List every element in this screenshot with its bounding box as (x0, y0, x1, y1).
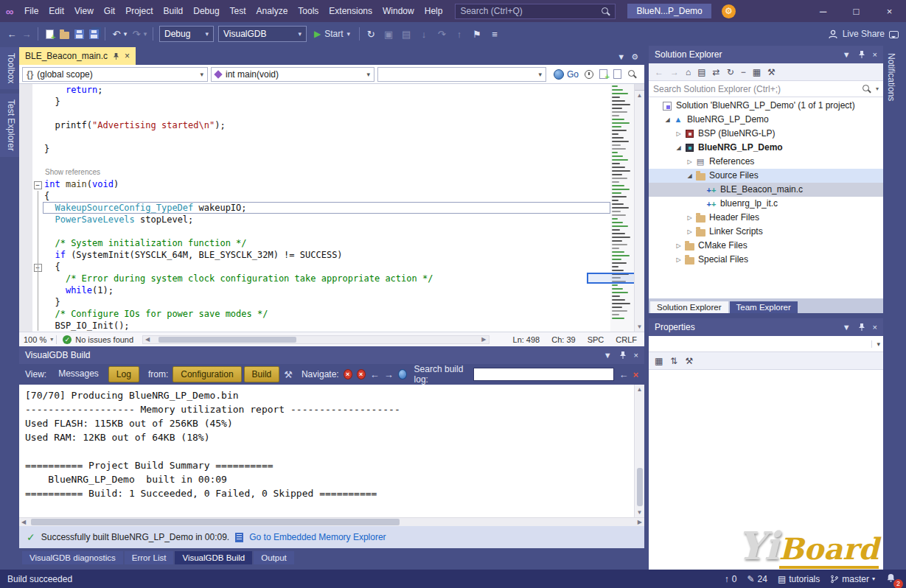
close-icon[interactable]: × (873, 323, 877, 332)
navigate-forward-icon[interactable]: → (384, 369, 394, 380)
minimize-button[interactable]: ─ (806, 0, 840, 22)
from-configuration[interactable]: Configuration (173, 366, 241, 382)
log-vertical-scrollbar[interactable]: ▲ ▼ (634, 385, 644, 517)
notifications-bell[interactable]: 2 (885, 573, 899, 586)
code-line[interactable]: − { (19, 261, 610, 273)
twisty-col[interactable]: ▷ (685, 155, 694, 169)
tree-item-bluenrg-lp-demo[interactable]: ◢▲BlueNRG_LP_Demo (649, 113, 883, 127)
tool-tab-test-explorer[interactable]: Test Explorer (0, 94, 19, 157)
search-icon[interactable] (627, 69, 637, 79)
tree-item-bluenrg-lp-it-c[interactable]: ++bluenrg_lp_it.c (649, 197, 883, 211)
tab-solution-explorer[interactable]: Solution Explorer (650, 301, 728, 313)
code-line[interactable]: −int main(void) (19, 178, 610, 190)
solution-configuration-combo[interactable]: Debug▾ (159, 26, 214, 42)
code-line[interactable] (19, 108, 610, 119)
code-editor[interactable]: return; } printf("Advertising started\n"… (19, 84, 644, 332)
build-panel-titlebar[interactable]: VisualGDB Build ▼ × (19, 346, 644, 364)
tree-item-ble-beacon-main-c[interactable]: ++BLE_Beacon_main.c (649, 183, 883, 197)
home-icon[interactable]: ⌂ (686, 67, 691, 77)
tab-visualgdb-diagnostics[interactable]: VisualGDB diagnostics (22, 551, 123, 564)
open-in-browser-icon[interactable] (398, 369, 407, 379)
horizontal-scrollbar[interactable]: ◀ ▶ (142, 335, 489, 344)
pending-pushes[interactable]: ↑0 (725, 574, 737, 584)
pending-changes[interactable]: ✎24 (748, 574, 767, 584)
menu-file[interactable]: File (19, 0, 43, 22)
window-position-icon[interactable]: ▼ (843, 50, 851, 59)
vertical-scrollbar[interactable]: ▲ ▼ (634, 84, 644, 332)
code-line[interactable]: /* Error during system clock configurati… (19, 273, 610, 284)
scroll-up-icon[interactable]: ▲ (637, 385, 643, 394)
menu-project[interactable]: Project (120, 0, 158, 22)
menu-window[interactable]: Window (377, 0, 419, 22)
scroll-left-icon[interactable]: ◀ (143, 336, 152, 343)
pin-icon[interactable] (619, 351, 627, 360)
solution-search-box[interactable]: Search Solution Explorer (Ctrl+;) ▾ (649, 81, 883, 97)
split-window-handle[interactable] (635, 84, 644, 91)
scroll-down-icon[interactable]: ▼ (637, 508, 643, 517)
from-build[interactable]: Build (244, 366, 280, 382)
undo-dropdown[interactable]: ▾ (122, 26, 129, 42)
scrollbar-thumb[interactable] (637, 468, 643, 506)
step-over-icon[interactable]: ↷ (434, 26, 449, 42)
pin-icon[interactable] (858, 50, 865, 59)
menu-debug[interactable]: Debug (188, 0, 224, 22)
tool-tab-notifications[interactable]: Notifications (883, 47, 899, 107)
show-all-files-icon[interactable]: ▦ (753, 67, 761, 77)
active-files-dropdown-icon[interactable]: ▼ (617, 52, 625, 62)
switch-views-icon[interactable]: ▤ (697, 67, 705, 77)
code-line[interactable]: } (19, 96, 610, 108)
properties-icon[interactable]: ⚒ (767, 67, 776, 77)
tree-item-linker-scripts[interactable]: ▷Linker Scripts (649, 225, 883, 239)
twisty-exp[interactable]: ◢ (663, 113, 672, 127)
current-branch[interactable]: master ▾ (830, 574, 875, 584)
menu-help[interactable]: Help (419, 0, 448, 22)
window-position-icon[interactable]: ▼ (843, 323, 851, 332)
property-pages-icon[interactable]: ⚒ (685, 356, 693, 366)
twisty-exp[interactable]: ◢ (674, 141, 683, 155)
code-line[interactable] (19, 131, 610, 143)
code-line[interactable]: printf("Advertising started\n"); (19, 119, 610, 131)
refresh-icon[interactable]: ↻ (727, 67, 734, 77)
code-line[interactable]: /* System initialization function */ (19, 237, 610, 249)
code-line[interactable]: PowerSaveLevels stopLevel; (19, 214, 610, 225)
tab-output[interactable]: Output (254, 551, 294, 564)
step-out-icon[interactable]: ↑ (452, 26, 467, 42)
tree-item-header-files[interactable]: ▷Header Files (649, 211, 883, 225)
tool-tab-toolbox[interactable]: Toolbox (0, 47, 19, 89)
properties-object-combo[interactable]: ▾ (649, 336, 883, 352)
profiler-icon[interactable]: ▤ (399, 26, 414, 42)
code-line[interactable]: if (SystemInit(SYSCLK_64M, BLE_SYSCLK_32… (19, 249, 610, 261)
close-button[interactable]: × (873, 0, 906, 22)
code-line[interactable]: return; (19, 84, 610, 96)
previous-error-button[interactable]: × (344, 369, 352, 379)
tab-visualgdb-build[interactable]: VisualGDB Build (175, 551, 252, 564)
next-error-button[interactable]: × (357, 369, 366, 379)
history-icon[interactable] (585, 70, 593, 79)
zoom-control[interactable]: 100 %▾ (24, 335, 57, 344)
alphabetical-icon[interactable]: ⇅ (670, 356, 677, 366)
menu-edit[interactable]: Edit (43, 0, 69, 22)
step-into-icon[interactable]: ↓ (417, 26, 431, 42)
menu-git[interactable]: Git (99, 0, 120, 22)
close-icon[interactable]: × (873, 50, 877, 59)
sync-with-active-document-icon[interactable]: ⇄ (713, 67, 720, 77)
pin-icon[interactable] (113, 52, 119, 60)
twisty-col[interactable]: ▷ (685, 225, 694, 239)
quick-search-box[interactable]: Search (Ctrl+Q) (455, 4, 616, 19)
open-file-button[interactable] (57, 26, 72, 42)
code-line[interactable]: } (19, 143, 610, 155)
scroll-right-icon[interactable]: ▶ (635, 519, 644, 525)
code-line[interactable]: WakeupSourceConfig_TypeDef wakeupIO; (19, 202, 610, 214)
scroll-left-icon[interactable]: ◀ (19, 519, 28, 525)
menu-tools[interactable]: Tools (293, 0, 324, 22)
chevron-down-icon[interactable]: ▾ (876, 85, 879, 92)
stop-build-icon[interactable]: × (633, 369, 638, 380)
log-horizontal-scrollbar[interactable]: ◀ ▶ (19, 517, 644, 526)
save-all-button[interactable] (86, 26, 101, 42)
code-line[interactable]: Show references (19, 167, 610, 178)
code-line[interactable]: /* Configure IOs for power save modes */ (19, 308, 610, 320)
document-icon[interactable] (613, 69, 621, 79)
scope-dropdown[interactable]: {}(global scope) ▾ (22, 67, 208, 82)
menu-view[interactable]: View (69, 0, 99, 22)
code-line[interactable]: BSP_IO_Init(); (19, 320, 610, 332)
